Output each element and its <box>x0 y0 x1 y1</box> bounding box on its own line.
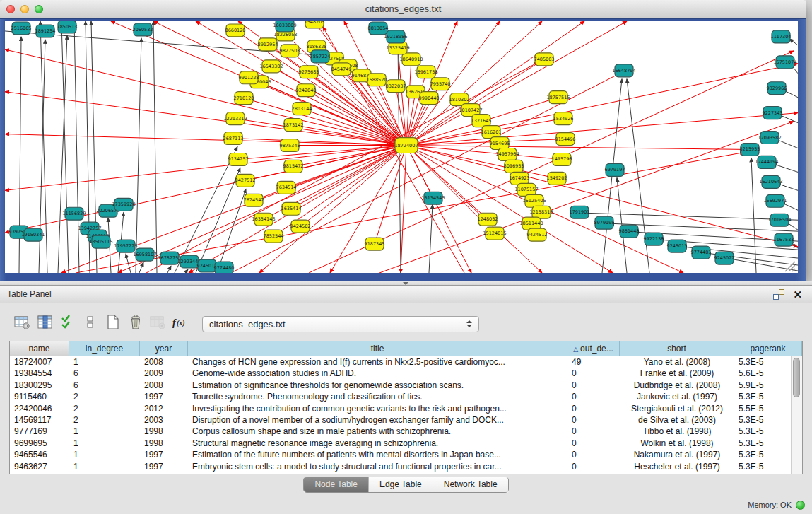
zoom-window-button[interactable] <box>35 5 43 13</box>
network-canvas[interactable]: 8660128891295418226058982750316543382818… <box>5 21 798 273</box>
graph-node[interactable]: 1616201 <box>481 126 502 139</box>
graph-edge[interactable] <box>300 146 406 227</box>
tab-node-table[interactable]: Node Table <box>304 477 368 492</box>
table-cell[interactable]: 0 <box>567 461 620 472</box>
graph-node[interactable]: 8660128 <box>225 24 246 37</box>
column-header-pagerank[interactable]: pagerank <box>734 341 802 356</box>
graph-node[interactable]: 1674923 <box>510 172 530 185</box>
table-cell[interactable]: Embryonic stem cells: a model to study s… <box>188 461 567 472</box>
graph-node[interactable]: 1873142 <box>283 119 304 132</box>
graph-node[interactable]: 7624542 <box>244 194 264 206</box>
graph-node[interactable]: 1248052 <box>478 213 498 226</box>
new-table-button[interactable] <box>102 314 124 334</box>
column-header-short[interactable]: short <box>620 341 734 356</box>
graph-edge[interactable] <box>406 146 798 247</box>
graph-node[interactable]: 8322037 <box>386 80 406 93</box>
graph-node[interactable]: 8912954 <box>258 38 278 51</box>
graph-node[interactable]: 9329966 <box>767 82 787 95</box>
graph-node[interactable]: 6979197 <box>605 163 625 176</box>
table-cell[interactable]: Franke et al. (2009) <box>620 368 734 379</box>
table-cell[interactable]: de Silva et al. (2003) <box>620 414 734 426</box>
table-row[interactable]: 1456911722003Disruption of a novel membe… <box>10 414 802 426</box>
minimize-window-button[interactable] <box>20 5 29 13</box>
graph-node[interactable]: 16543382 <box>259 60 283 73</box>
graph-node[interactable]: 9134257 <box>228 153 249 165</box>
graph-node[interactable]: 15134545 <box>421 192 445 204</box>
table-cell[interactable]: 14569117 <box>10 414 69 426</box>
graph-node[interactable]: 16210643 <box>759 175 782 188</box>
graph-hub-node[interactable]: 18724007 <box>394 138 418 153</box>
graph-node[interactable]: 7857224 <box>310 50 331 63</box>
network-table-select[interactable]: citations_edges.txt <box>202 316 479 332</box>
graph-node[interactable]: 9242848 <box>296 84 317 97</box>
graph-node[interactable]: 9922138 <box>644 233 664 245</box>
table-cell[interactable]: 1 <box>69 438 140 449</box>
table-cell[interactable]: Estimation of significance thresholds fo… <box>188 380 567 391</box>
table-cell[interactable]: 2012 <box>140 403 188 414</box>
graph-node[interactable]: 9424512 <box>527 228 548 241</box>
graph-edge[interactable] <box>175 147 237 273</box>
graph-edge[interactable] <box>153 21 157 273</box>
graph-node[interactable]: 9154695 <box>490 137 510 150</box>
graph-node[interactable]: 19150341 <box>21 228 45 241</box>
graph-node[interactable]: 1321645 <box>471 115 492 127</box>
select-columns-button[interactable] <box>57 314 79 334</box>
table-row[interactable]: 911546021997Tourette syndrome. Phenomeno… <box>10 391 802 402</box>
table-cell[interactable]: 9463627 <box>10 461 69 472</box>
graph-node[interactable]: 12444194 <box>755 156 778 168</box>
graph-node[interactable]: 1548205 <box>305 21 325 28</box>
column-header-year[interactable]: year <box>140 341 188 356</box>
table-row[interactable]: 1872400712008Changes of HCN gene express… <box>10 356 802 368</box>
graph-edge[interactable] <box>406 146 750 150</box>
graph-edge[interactable] <box>406 113 798 146</box>
float-panel-icon[interactable] <box>773 289 784 300</box>
scrollbar-thumb[interactable] <box>793 358 800 397</box>
graph-node[interactable]: 2687113 <box>223 132 244 145</box>
table-cell[interactable]: 2009 <box>140 368 188 379</box>
graph-node[interactable]: 12213319 <box>223 112 247 125</box>
table-cell[interactable]: 0 <box>567 438 620 449</box>
table-cell[interactable]: Changes of HCN gene expression and I(f) … <box>188 356 567 368</box>
graph-node[interactable]: 16648794 <box>612 64 635 77</box>
graph-node[interactable]: 1791901 <box>570 206 590 218</box>
graph-node[interactable]: 9245022 <box>714 252 735 264</box>
graph-node[interactable]: 17016504 <box>767 214 791 226</box>
graph-node[interactable]: 9774481 <box>691 246 712 259</box>
graph-node[interactable]: 9827503 <box>280 45 300 57</box>
table-cell[interactable]: Structural magnetic resonance image aver… <box>188 438 567 449</box>
table-cell[interactable]: Wolkin et al. (1998) <box>620 438 734 449</box>
table-cell[interactable]: 1 <box>69 449 140 460</box>
graph-node[interactable]: 16958107 <box>133 248 156 261</box>
table-cell[interactable]: 1997 <box>140 461 188 472</box>
table-cell[interactable]: Dudbridge et al. (2008) <box>620 380 734 391</box>
table-cell[interactable]: 1997 <box>140 391 188 402</box>
tab-edge-table[interactable]: Edge Table <box>368 477 433 492</box>
table-cell[interactable]: 0 <box>567 368 620 379</box>
resize-grip-icon[interactable] <box>785 262 795 271</box>
tab-network-table[interactable]: Network Table <box>433 477 508 492</box>
table-cell[interactable]: 9777169 <box>10 426 69 437</box>
graph-node[interactable]: 8979195 <box>594 216 615 229</box>
graph-node[interactable]: 11156829 <box>62 207 86 220</box>
graph-node[interactable]: 9990448 <box>419 92 440 105</box>
graph-node[interactable]: 1495796 <box>552 153 572 165</box>
graph-node[interactable]: 1635414 <box>281 202 302 215</box>
table-cell[interactable]: 0 <box>567 449 620 460</box>
table-cell[interactable]: 1 <box>69 426 140 437</box>
graph-edge[interactable] <box>185 269 188 273</box>
window-titlebar[interactable]: citations_edges.txt <box>0 0 806 19</box>
graph-node[interactable]: 1549202 <box>547 172 567 185</box>
graph-node[interactable]: 1117304 <box>771 30 792 43</box>
table-cell[interactable]: Hescheler et al. (1997) <box>620 461 734 472</box>
graph-node[interactable]: 9774480 <box>214 262 235 273</box>
graph-node[interactable]: 2803144 <box>292 103 312 115</box>
column-header-in_degree[interactable]: in_degree <box>69 341 140 356</box>
graph-edge[interactable] <box>751 158 756 273</box>
graph-edge[interactable] <box>406 72 426 146</box>
graph-edge[interactable] <box>789 39 798 45</box>
graph-node[interactable]: 1891254 <box>35 25 56 37</box>
graph-node[interactable]: 1167533 <box>774 233 794 246</box>
table-row[interactable]: 2242004622012Investigating the contribut… <box>10 403 802 414</box>
function-builder-button[interactable]: f(x) <box>170 314 192 334</box>
graph-node[interactable]: 15751074 <box>773 56 796 69</box>
